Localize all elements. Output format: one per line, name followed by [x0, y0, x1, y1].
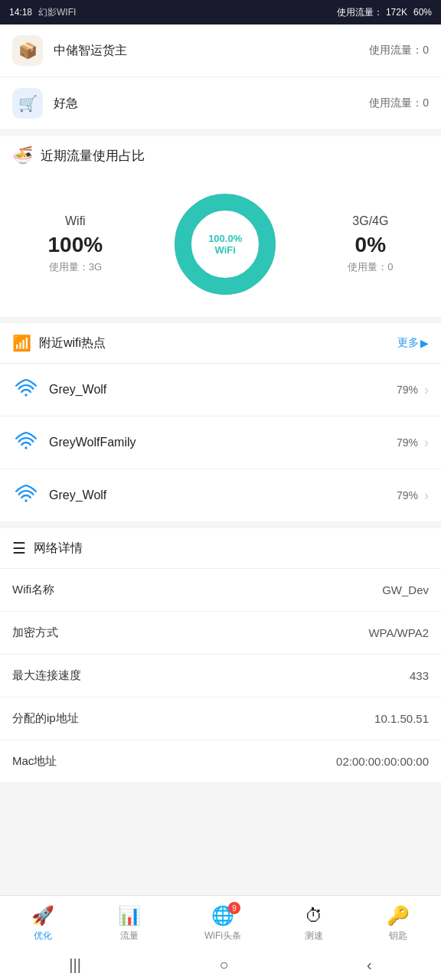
- cellular-label: 3G/4G: [348, 214, 393, 228]
- app-traffic-haoji: 使用流量：0: [369, 96, 429, 110]
- app-row-2[interactable]: 🛒 好急 使用流量：0: [0, 77, 441, 130]
- detail-header-title: 网络详情: [34, 541, 83, 557]
- wifi-more-link[interactable]: 更多 ▶: [397, 336, 429, 350]
- cellular-stat: 3G/4G 0% 使用量：0: [348, 214, 393, 274]
- svg-point-4: [24, 499, 28, 502]
- traffic-section-header: 🍜 近期流量使用占比: [0, 136, 441, 175]
- nav-items: 🚀 优化 📊 流量 🌐 9 WiFi头条 ⏱ 测速 🔑 钥匙: [0, 896, 441, 949]
- optimize-icon: 🚀: [31, 905, 54, 926]
- wifi-more-chevron-icon: ▶: [420, 337, 429, 349]
- detail-key-max-speed: 最大连接速度: [12, 668, 81, 683]
- traffic-icon: 📊: [118, 905, 141, 926]
- status-usage-label: 使用流量：: [337, 6, 383, 19]
- wifi-hotspot-section: 📶 附近wifi热点 更多 ▶ Grey_Wolf 79% ›: [0, 323, 441, 522]
- donut-center-text: 100.0% WiFi: [208, 233, 242, 256]
- donut-percent: 100.0%: [208, 233, 242, 244]
- status-app-name: 幻影WIFI: [38, 6, 76, 19]
- chevron-icon-1: ›: [424, 382, 429, 398]
- donut-container: Wifi 100% 使用量：3G 100.0% WiFi 3G/4G 0% 使用…: [0, 175, 441, 317]
- app-traffic-cargo: 使用流量：0: [369, 44, 429, 57]
- wifi-more-label: 更多: [397, 336, 419, 350]
- nav-item-wifi-news[interactable]: 🌐 9 WiFi头条: [195, 902, 250, 946]
- wifi-hotspot-title: 附近wifi热点: [39, 335, 106, 351]
- app-name-haoji: 好急: [54, 96, 369, 112]
- speed-test-icon: ⏱: [305, 905, 323, 926]
- key-icon: 🔑: [387, 905, 410, 926]
- chevron-icon-3: ›: [424, 488, 429, 504]
- detail-value-ip: 10.1.50.51: [374, 712, 429, 725]
- traffic-header-icon: 🍜: [12, 145, 33, 165]
- wifi-strength-3: 79%: [397, 489, 418, 501]
- sys-nav-back-icon[interactable]: ‹: [367, 956, 372, 974]
- donut-label: WiFi: [208, 244, 242, 256]
- wifi-name-2: GreyWolfFamily: [49, 436, 397, 449]
- nav-label-optimize: 优化: [34, 929, 52, 942]
- wifi-strength-2: 79%: [397, 436, 418, 449]
- wifi-signal-icon-3: [12, 482, 40, 509]
- wifi-news-icon: 🌐 9: [211, 905, 234, 926]
- nav-label-wifi-news: WiFi头条: [204, 929, 241, 942]
- app-icon-cargo: 📦: [12, 35, 43, 66]
- nav-item-speed-test[interactable]: ⏱ 测速: [296, 902, 332, 946]
- cellular-usage: 使用量：0: [348, 260, 393, 274]
- detail-value-encryption: WPA/WPA2: [368, 626, 429, 639]
- detail-row-ip: 分配的ip地址 10.1.50.51: [0, 697, 441, 740]
- wifi-item-3[interactable]: Grey_Wolf 79% ›: [0, 469, 441, 522]
- svg-point-2: [24, 394, 28, 397]
- app-row-1[interactable]: 📦 中储智运货主 使用流量：0: [0, 24, 441, 77]
- status-battery: 60%: [413, 7, 432, 18]
- nav-item-key[interactable]: 🔑 钥匙: [377, 902, 419, 946]
- detail-row-mac: Mac地址 02:00:00:00:00:00: [0, 740, 441, 783]
- wifi-hotspot-header-left: 📶 附近wifi热点: [12, 334, 106, 352]
- app-name-cargo: 中储智运货主: [54, 43, 369, 59]
- app-list-section: 📦 中储智运货主 使用流量：0 🛒 好急 使用流量：0: [0, 24, 441, 130]
- status-right: 使用流量： 172K 60%: [337, 6, 432, 19]
- wifi-signal-icon-1: [12, 376, 40, 403]
- wifi-label: Wifi: [48, 214, 103, 228]
- detail-key-wifi-name: Wifi名称: [12, 583, 54, 597]
- nav-label-key: 钥匙: [389, 929, 407, 942]
- traffic-header-title: 近期流量使用占比: [41, 147, 145, 165]
- donut-chart: 100.0% WiFi: [168, 187, 283, 302]
- system-nav: ||| ○ ‹: [0, 949, 441, 980]
- wifi-stat: Wifi 100% 使用量：3G: [48, 214, 103, 274]
- wifi-name-1: Grey_Wolf: [49, 383, 397, 397]
- detail-key-mac: Mac地址: [12, 754, 57, 769]
- nav-label-traffic: 流量: [120, 929, 139, 942]
- wifi-usage: 使用量：3G: [48, 260, 103, 274]
- chevron-icon-2: ›: [424, 435, 429, 451]
- wifi-hotspot-icon: 📶: [12, 334, 31, 352]
- svg-point-3: [24, 446, 28, 449]
- network-detail-header: ☰ 网络详情: [0, 528, 441, 569]
- wifi-name-3: Grey_Wolf: [49, 488, 397, 502]
- status-usage-value: 172K: [386, 7, 407, 18]
- detail-row-max-speed: 最大连接速度 433: [0, 655, 441, 697]
- wifi-strength-1: 79%: [397, 384, 418, 396]
- detail-key-encryption: 加密方式: [12, 626, 58, 640]
- cellular-percent: 0%: [348, 233, 393, 257]
- wifi-item-2[interactable]: GreyWolfFamily 79% ›: [0, 416, 441, 469]
- wifi-news-badge: 9: [228, 902, 240, 914]
- nav-item-optimize[interactable]: 🚀 优化: [22, 902, 64, 946]
- status-left: 14:18 幻影WIFI: [9, 6, 76, 19]
- status-time: 14:18: [9, 7, 32, 18]
- detail-row-encryption: 加密方式 WPA/WPA2: [0, 612, 441, 655]
- nav-item-traffic[interactable]: 📊 流量: [109, 902, 150, 946]
- traffic-section: 🍜 近期流量使用占比 Wifi 100% 使用量：3G 100.0% WiFi …: [0, 136, 441, 317]
- wifi-percent: 100%: [48, 233, 103, 257]
- wifi-signal-icon-2: [12, 429, 40, 456]
- nav-label-speed-test: 测速: [305, 929, 323, 942]
- sys-nav-menu-icon[interactable]: |||: [69, 956, 81, 974]
- app-icon-haoji: 🛒: [12, 88, 43, 119]
- bottom-nav: 🚀 优化 📊 流量 🌐 9 WiFi头条 ⏱ 测速 🔑 钥匙 ||| ○ ‹: [0, 895, 441, 980]
- status-bar: 14:18 幻影WIFI 使用流量： 172K 60%: [0, 0, 441, 24]
- wifi-item-1[interactable]: Grey_Wolf 79% ›: [0, 364, 441, 416]
- sys-nav-home-icon[interactable]: ○: [219, 956, 228, 974]
- detail-row-wifi-name: Wifi名称 GW_Dev: [0, 569, 441, 612]
- detail-value-max-speed: 433: [410, 669, 429, 682]
- wifi-hotspot-header: 📶 附近wifi热点 更多 ▶: [0, 323, 441, 364]
- detail-key-ip: 分配的ip地址: [12, 711, 79, 726]
- detail-value-wifi-name: GW_Dev: [382, 583, 429, 596]
- network-detail-section: ☰ 网络详情 Wifi名称 GW_Dev 加密方式 WPA/WPA2 最大连接速…: [0, 528, 441, 783]
- detail-header-icon: ☰: [12, 539, 26, 557]
